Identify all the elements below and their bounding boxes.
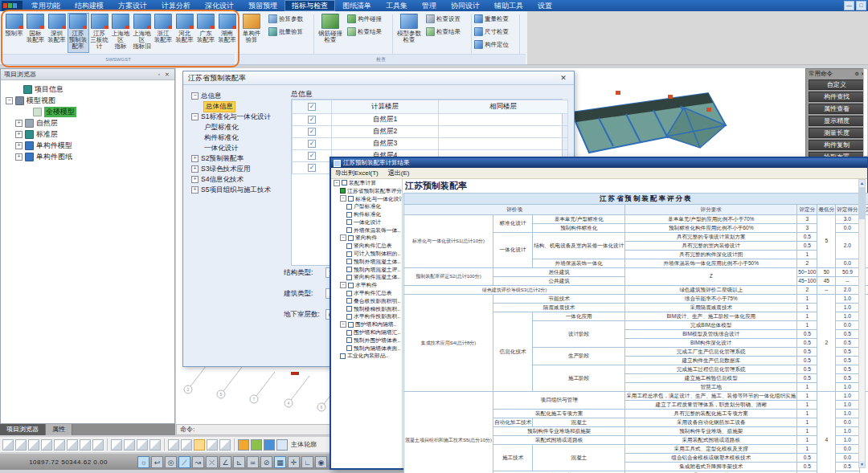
view-cube-icon[interactable]: [54, 439, 65, 451]
result-tree-item-装配率计算[interactable]: −装配率计算: [333, 179, 402, 187]
dialog-titlebar[interactable]: 江苏省预制装配率 ✕: [183, 71, 574, 85]
expand-icon[interactable]: +: [15, 142, 23, 149]
scroll-down-icon[interactable]: ▼: [859, 461, 865, 467]
expand-icon[interactable]: +: [191, 176, 199, 183]
checkbox-icon[interactable]: [346, 227, 352, 233]
ribbon-button-构件定位[interactable]: 构件定位: [474, 39, 509, 50]
result-tree-item-竖向构件[interactable]: −竖向构件: [333, 234, 402, 243]
command-line[interactable]: 命令:: [176, 424, 330, 435]
ribbon-button-深圳装配率[interactable]: 深圳装配率: [46, 13, 68, 53]
view-cube-icon[interactable]: [67, 439, 78, 451]
status-toggle-icon-10[interactable]: ▦: [274, 456, 286, 468]
result-tree-item-户型标准化[interactable]: 户型标准化: [333, 202, 402, 210]
collapse-icon[interactable]: −: [340, 321, 346, 328]
command-button-自定义[interactable]: 自定义: [809, 80, 865, 90]
checkbox-checked-icon[interactable]: ✓: [308, 140, 316, 148]
checkbox-icon[interactable]: [348, 283, 354, 288]
ribbon-tab-计算分析[interactable]: 计算分析: [154, 0, 198, 11]
pin-icon[interactable]: ▫: [155, 69, 163, 80]
command-button-构件查找[interactable]: 构件查找: [809, 92, 865, 102]
result-tree-item-竖向构件混凝土体..[interactable]: 竖向构件混凝土体..: [333, 274, 402, 282]
dialog-tree-item-构件标准化[interactable]: 构件标准化: [190, 133, 286, 143]
ribbon-tab-辅助工具[interactable]: 辅助工具: [487, 0, 530, 11]
gear-icon[interactable]: ⚙: [855, 71, 859, 76]
result-tree-item-预制内墙混凝土评..[interactable]: 预制内墙混凝土评..: [333, 266, 402, 274]
checkbox-icon[interactable]: [346, 298, 352, 304]
checkbox-checked-icon[interactable]: ✓: [308, 103, 316, 111]
expand-icon[interactable]: +: [15, 153, 23, 161]
checkbox-icon[interactable]: [346, 204, 352, 210]
ribbon-tab-管理[interactable]: 管理: [415, 0, 444, 11]
status-toggle-icon-8[interactable]: ≃: [247, 456, 259, 468]
command-button-构件复制[interactable]: 构件复制: [809, 140, 865, 150]
command-button-测量长度[interactable]: 测量长度: [809, 128, 865, 138]
result-scrollbar[interactable]: ▲ ▼: [858, 179, 866, 468]
result-tree-item-竖向构件汇总表[interactable]: 竖向构件汇总表: [333, 242, 402, 250]
checkbox-icon[interactable]: [346, 330, 352, 336]
ribbon-button-重量检查[interactable]: 重量检查: [474, 14, 509, 24]
scroll-up-icon[interactable]: ▲: [859, 180, 865, 186]
checkbox-icon[interactable]: [346, 251, 352, 257]
tree-item-单构件图纸[interactable]: +单构件图纸: [2, 151, 173, 162]
status-toggle-icon-12[interactable]: ∟: [301, 456, 313, 468]
tree-item-单构件模型[interactable]: +单构件模型: [2, 140, 173, 151]
status-toggle-icon-11[interactable]: ✛: [288, 456, 300, 468]
result-tree-item-一体化设计[interactable]: 一体化设计: [333, 218, 402, 226]
ribbon-tab-深化设计[interactable]: 深化设计: [198, 0, 241, 11]
close-icon[interactable]: ✕: [558, 71, 569, 84]
view-cube-icon[interactable]: [15, 439, 27, 451]
ribbon-tab-设置[interactable]: 设置: [530, 0, 559, 11]
checkbox-icon[interactable]: [346, 259, 352, 264]
view-cube-icon[interactable]: [41, 439, 52, 451]
view-cube-icon[interactable]: [28, 439, 39, 451]
ribbon-button-构件碰撞[interactable]: 构件碰撞: [347, 14, 382, 24]
ribbon-tab-工具集[interactable]: 工具集: [379, 0, 415, 11]
status-toggle-icon-0[interactable]: ☼: [137, 456, 149, 468]
checkbox-checked-icon[interactable]: ✓: [308, 152, 316, 160]
status-toggle-icon-3[interactable]: ⟋: [178, 456, 190, 468]
close-icon[interactable]: ✕: [163, 69, 171, 80]
tree-item-项目信息[interactable]: 项目信息: [2, 84, 173, 95]
ribbon-button-上海地区指标旧[interactable]: 上海地区指标旧: [131, 13, 153, 53]
tree-item-模型视图[interactable]: −模型视图: [2, 95, 173, 106]
display-mode-icon[interactable]: [238, 439, 249, 451]
expand-icon[interactable]: +: [191, 165, 199, 173]
dialog-tree-item-S5项目组织与施工技术[interactable]: +S5项目组织与施工技术: [190, 185, 286, 195]
result-tree-item-预制外墙混凝土体..[interactable]: 预制外墙混凝土体..: [333, 258, 402, 266]
ribbon-button-钢筋碰撞检查[interactable]: 钢筋碰撞检查: [317, 13, 344, 53]
dialog-tree-item-S1标准化与一体化设计[interactable]: −S1标准化与一体化设计: [190, 112, 286, 122]
menu-item-退出(E)[interactable]: 退出(E): [388, 168, 410, 178]
view-tool-icon[interactable]: [111, 439, 122, 451]
checkbox-icon[interactable]: [346, 275, 352, 280]
view-cube-icon[interactable]: [80, 439, 91, 451]
dialog-tree-item-S3绿色技术应用[interactable]: +S3绿色技术应用: [190, 164, 286, 174]
checkbox-icon[interactable]: [342, 180, 347, 186]
view-tool-icon[interactable]: [207, 439, 218, 451]
ribbon-button-河北装配率[interactable]: 河北装配率: [174, 13, 195, 53]
ribbon-button-上海地区指标[interactable]: 上海地区指标: [110, 13, 132, 53]
expand-icon[interactable]: +: [191, 155, 199, 162]
status-toggle-icon-7[interactable]: ⊾: [233, 456, 245, 468]
status-toggle-icon-2[interactable]: ◎: [165, 456, 177, 468]
result-tree-item-水平构件汇总表[interactable]: 水平构件汇总表: [333, 289, 402, 297]
view-tool-icon[interactable]: [181, 439, 192, 451]
minimize-icon[interactable]: —: [844, 1, 854, 10]
result-tree-item-江苏省预制装配率评分[interactable]: 江苏省预制装配率评分: [333, 187, 402, 195]
ribbon-tab-常用功能[interactable]: 常用功能: [24, 0, 68, 11]
result-tree-item-预制楼梯投影面积..[interactable]: 预制楼梯投影面积..: [333, 305, 402, 313]
expand-icon[interactable]: +: [15, 131, 23, 138]
view-cube-icon[interactable]: [92, 439, 104, 451]
checkbox-checked-icon[interactable]: ✓: [308, 116, 316, 124]
tree-item-自然层[interactable]: +自然层: [2, 117, 173, 128]
result-tree-item-水平构件[interactable]: −水平构件: [333, 281, 402, 289]
ribbon-button-国标装配率[interactable]: 国标装配率: [25, 13, 47, 53]
result-tree-item-外墙保温装饰一体..[interactable]: 外墙保温装饰一体..: [333, 226, 402, 234]
status-toggle-icon-13[interactable]: ◉: [315, 456, 327, 468]
checkbox-icon[interactable]: [346, 345, 352, 351]
ribbon-button-批量验算[interactable]: 批量验算: [268, 27, 303, 37]
ribbon-button-湖南装配率[interactable]: 湖南装配率: [216, 13, 238, 53]
display-mode-icon[interactable]: [251, 439, 262, 451]
checkbox-icon[interactable]: [346, 219, 352, 225]
collapse-icon[interactable]: −: [6, 97, 13, 104]
ribbon-button-检查设置[interactable]: 检查设置: [426, 14, 461, 24]
